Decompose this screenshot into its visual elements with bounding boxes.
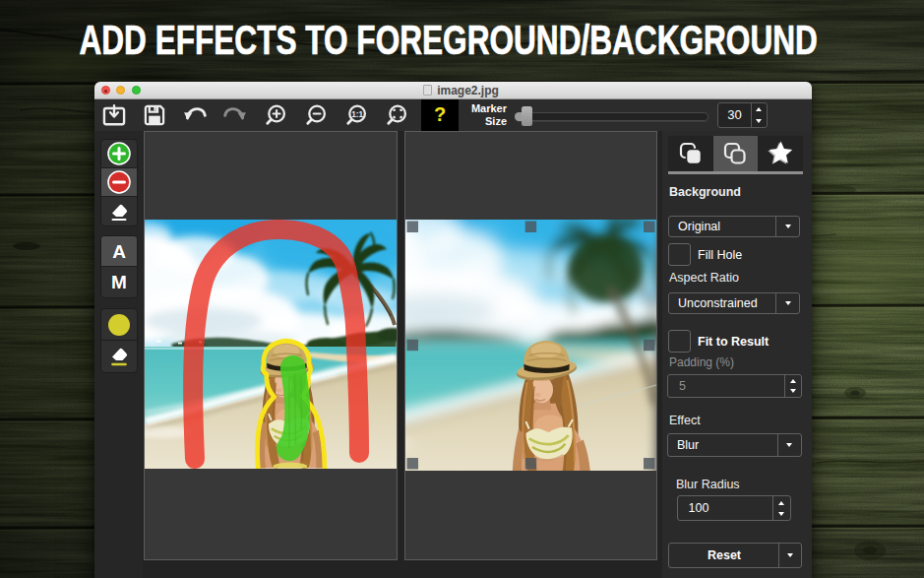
svg-text:1:1: 1:1: [351, 110, 363, 119]
